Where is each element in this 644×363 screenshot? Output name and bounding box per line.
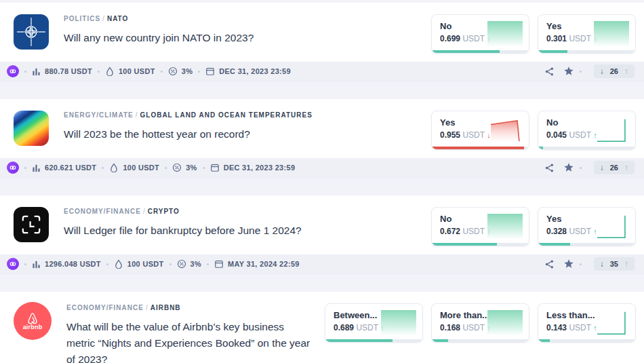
market-stats: 620.621 USDT 100 USDT 3% DEC 31, 2023 23…	[7, 161, 295, 174]
fee-value: 3%	[190, 260, 202, 268]
share-button[interactable]	[544, 66, 555, 77]
price-sparkline	[487, 310, 523, 336]
outcome-box[interactable]: Between... 0.689 USDT ↑	[325, 303, 423, 343]
outcomes-row: No 0.672 USDT ↑ Yes 0.328 USDT ↑	[431, 206, 636, 246]
liquidity-value: 100 USDT	[123, 164, 159, 172]
market-card-body: ENERGY/CLIMATE/GLOBAL LAND AND OCEAN TEM…	[0, 99, 644, 158]
market-card-nato[interactable]: POLITICS/NATO Will any new country join …	[0, 3, 644, 81]
price-sparkline	[594, 117, 629, 143]
outcome-box[interactable]: No 0.672 USDT ↑	[431, 207, 529, 246]
expiration-value: MAY 31, 2024 22:59	[228, 260, 300, 268]
market-title[interactable]: Will Ledger file for bankruptcy before J…	[64, 223, 348, 239]
breadcrumb: ENERGY/CLIMATE/GLOBAL LAND AND OCEAN TEM…	[64, 111, 422, 119]
outcome-probability-bar	[325, 339, 422, 342]
category-label[interactable]: POLITICS	[64, 15, 100, 22]
breadcrumb-divider: /	[141, 208, 148, 215]
favorite-star-button[interactable]	[563, 259, 574, 269]
percent-circle-icon	[168, 66, 178, 76]
outcome-probability-bar	[432, 147, 529, 149]
subcategory-label[interactable]: AIRBNB	[150, 304, 181, 311]
outcome-box[interactable]: No 0.699 USDT ↑	[431, 14, 529, 54]
market-title[interactable]: Will any new country join NATO in 2023?	[64, 30, 348, 46]
subcategory-label[interactable]: GLOBAL LAND AND OCEAN TEMPERATURES	[140, 111, 313, 119]
airbnb-wordmark: airbnb	[23, 324, 43, 330]
market-actions: ↓ 26 ↑	[544, 161, 635, 174]
vote-count: 26	[610, 67, 618, 75]
droplet-icon	[114, 259, 123, 269]
market-stats: 1296.048 USDT 100 USDT 3% MAY 31, 2024 2…	[7, 258, 300, 270]
liquidity-value: 100 USDT	[127, 260, 164, 268]
market-card-climate[interactable]: ENERGY/CLIMATE/GLOBAL LAND AND OCEAN TEM…	[0, 99, 644, 177]
outcome-probability-bar	[432, 50, 529, 53]
downvote-button[interactable]: ↓	[600, 259, 604, 269]
price-sparkline	[594, 310, 629, 336]
votes-widget: ↓ 26 ↑	[594, 64, 635, 78]
breadcrumb: ECONOMY/FINANCE/AIRBNB	[66, 304, 315, 311]
share-button[interactable]	[544, 163, 555, 173]
outcome-box[interactable]: Yes 0.328 USDT ↑	[538, 207, 636, 246]
breadcrumb: POLITICS/NATO	[64, 15, 422, 22]
subcategory-label[interactable]: CRYPTO	[148, 208, 180, 215]
outcomes-row: No 0.699 USDT ↑ Yes 0.301 USDT ↑	[431, 13, 636, 54]
liquidity-value: 100 USDT	[119, 67, 155, 75]
percent-circle-icon	[172, 163, 182, 172]
breadcrumb-divider: /	[100, 15, 107, 22]
outcome-box[interactable]: No 0.045 USDT ↑	[538, 111, 636, 150]
volume-value: 1296.048 USDT	[45, 260, 101, 268]
share-button[interactable]	[544, 259, 555, 269]
bar-chart-icon	[32, 67, 41, 76]
favorite-star-button[interactable]	[563, 66, 574, 77]
market-title[interactable]: Will 2023 be the hottest year on record?	[64, 126, 348, 142]
subcategory-label[interactable]: NATO	[107, 15, 128, 22]
price-sparkline	[487, 21, 523, 47]
upvote-button[interactable]: ↑	[624, 259, 628, 269]
market-footer: 1296.048 USDT 100 USDT 3% MAY 31, 2024 2…	[0, 254, 644, 273]
droplet-icon	[105, 66, 115, 76]
vote-count: 26	[610, 164, 618, 172]
calendar-icon	[214, 259, 224, 269]
nato-flag-icon	[14, 14, 49, 50]
price-sparkline	[487, 117, 523, 143]
market-info: POLITICS/NATO Will any new country join …	[64, 13, 431, 46]
upvote-button[interactable]: ↑	[624, 163, 628, 172]
downvote-button[interactable]: ↓	[600, 66, 604, 76]
category-label[interactable]: ENERGY/CLIMATE	[64, 111, 134, 119]
market-card-ledger[interactable]: ECONOMY/FINANCE/CRYPTO Will Ledger file …	[0, 195, 644, 273]
outcome-box[interactable]: Yes 0.955 USDT ↓	[431, 111, 529, 150]
bar-chart-icon	[32, 260, 41, 269]
volume-value: 880.78 USDT	[45, 67, 92, 75]
market-stats: 880.78 USDT 100 USDT 3% DEC 31, 2023 23:…	[7, 65, 291, 77]
outcomes-row: Yes 0.955 USDT ↓ No	[431, 109, 636, 150]
outcome-box[interactable]: Less than... 0.143 USDT ↑	[538, 303, 636, 343]
price-sparkline	[594, 214, 629, 240]
calendar-icon	[205, 66, 215, 76]
airbnb-logo-icon: airbnb	[14, 302, 52, 340]
market-footer: 620.621 USDT 100 USDT 3% DEC 31, 2023 23…	[0, 158, 644, 177]
outcome-box[interactable]: More than... 0.168 USDT ↑	[431, 303, 529, 343]
outcome-box[interactable]: Yes 0.301 USDT ↑	[538, 14, 636, 54]
bar-chart-icon	[32, 164, 41, 172]
upvote-button[interactable]: ↑	[624, 66, 628, 76]
outcome-probability-bar	[538, 339, 635, 342]
downvote-button[interactable]: ↓	[600, 163, 604, 172]
fee-value: 3%	[182, 67, 193, 75]
polkamarkets-logo	[7, 65, 19, 77]
outcome-probability-bar	[538, 50, 635, 53]
expiration-value: DEC 31, 2023 23:59	[219, 67, 291, 75]
polkamarkets-logo	[7, 258, 19, 270]
breadcrumb: ECONOMY/FINANCE/CRYPTO	[64, 208, 422, 215]
volume-value: 620.621 USDT	[45, 164, 96, 172]
category-label[interactable]: ECONOMY/FINANCE	[66, 304, 144, 311]
category-label[interactable]: ECONOMY/FINANCE	[64, 208, 141, 215]
market-info: ECONOMY/FINANCE/CRYPTO Will Ledger file …	[64, 206, 431, 239]
outcome-probability-bar	[538, 147, 635, 149]
outcome-probability-bar	[538, 243, 635, 246]
ledger-logo-icon	[14, 207, 49, 242]
favorite-star-button[interactable]	[563, 162, 574, 173]
price-sparkline	[381, 310, 416, 336]
market-card-airbnb[interactable]: airbnb ECONOMY/FINANCE/AIRBNB What will …	[0, 292, 644, 363]
outcome-probability-bar	[432, 243, 529, 246]
market-card-body: airbnb ECONOMY/FINANCE/AIRBNB What will …	[0, 292, 644, 363]
market-title[interactable]: What will be the value of Airbnb’s key b…	[66, 319, 315, 363]
droplet-icon	[109, 163, 119, 172]
